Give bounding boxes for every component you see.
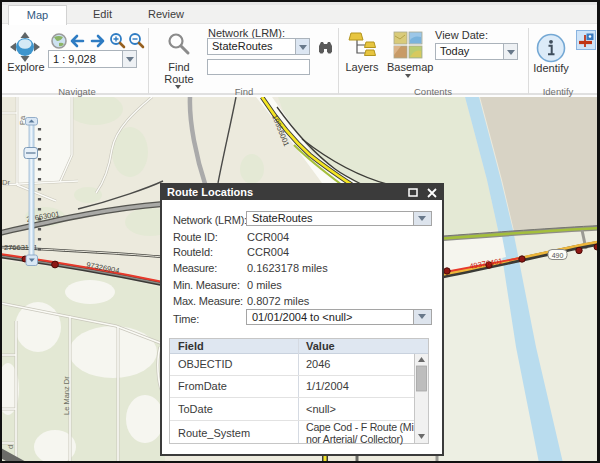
svg-text:490: 490 <box>552 252 564 259</box>
svg-text:d: d <box>6 445 15 449</box>
svg-text:Dr: Dr <box>2 178 10 187</box>
svg-text:Le Manz Dr: Le Manz Dr <box>62 376 71 415</box>
